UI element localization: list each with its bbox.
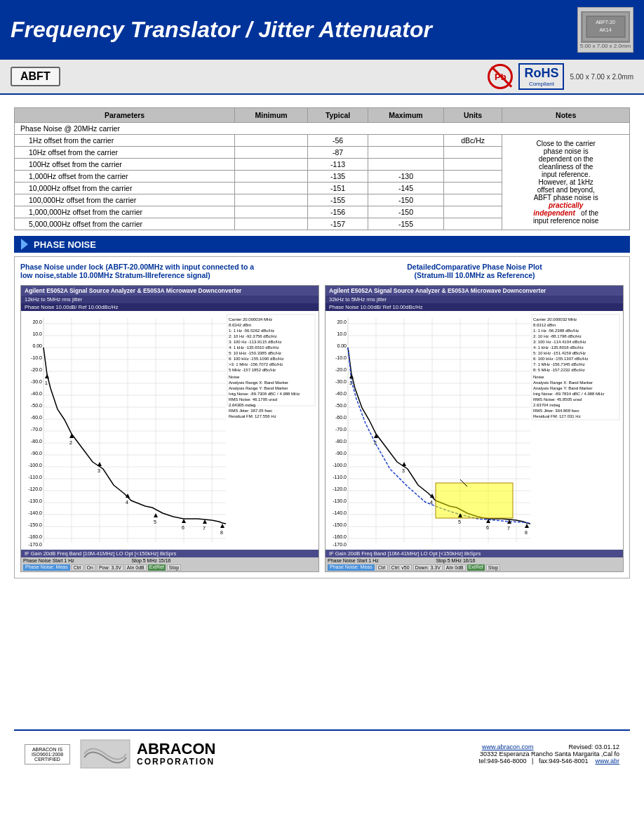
right-on-label: Ctrl: v50 bbox=[389, 564, 412, 571]
footer-phone: tel:949-546-8000 bbox=[479, 757, 527, 764]
svg-text:Residual FM: 127.556 Hz: Residual FM: 127.556 Hz bbox=[229, 414, 276, 418]
parameters-table-container: Parameters Minimum Typical Maximum Units… bbox=[14, 107, 630, 230]
svg-text:7:  1 MHz   -156.7345 dBc/Hz: 7: 1 MHz -156.7345 dBc/Hz bbox=[533, 362, 585, 366]
svg-text:-30.0: -30.0 bbox=[31, 379, 42, 384]
svg-text:-60.0: -60.0 bbox=[31, 415, 42, 420]
svg-text:6:  100 kHz -155.1090 dBc/Hz: 6: 100 kHz -155.1090 dBc/Hz bbox=[229, 357, 283, 361]
left-plot-meas-bar: Phase Noise: Meas Ctrl On Pow: 3.3V Atn … bbox=[21, 564, 318, 571]
svg-text:-140.0: -140.0 bbox=[333, 510, 347, 515]
left-plot-subtitle: 12kHz to 5MHz rms jitter bbox=[21, 296, 318, 303]
param-1khz: 1,000Hz offset from the carrier bbox=[15, 171, 235, 183]
svg-text:-10.0: -10.0 bbox=[335, 355, 347, 360]
svg-text:AK14: AK14 bbox=[599, 27, 611, 32]
param-5mhz: 5,000,000Hz offset from the carrier bbox=[15, 218, 235, 230]
footer-fax: fax:949-546-8001 bbox=[539, 757, 589, 764]
svg-text:3: 3 bbox=[98, 468, 100, 473]
svg-text:20.0: 20.0 bbox=[337, 319, 347, 324]
svg-text:1:  1 Hz    -56.5262 dBc/Hz: 1: 1 Hz -56.5262 dBc/Hz bbox=[229, 329, 274, 333]
plots-container: Phase Noise under lock (ABFT-20.00MHz wi… bbox=[14, 256, 630, 578]
extref-label: ExtRef bbox=[148, 564, 166, 571]
svg-text:-130.0: -130.0 bbox=[333, 498, 347, 503]
svg-text:Noise: Noise bbox=[229, 375, 240, 379]
svg-text:-90.0: -90.0 bbox=[31, 451, 42, 456]
svg-text:0.00: 0.00 bbox=[337, 343, 347, 348]
svg-text:1:  1 Hz    -56.2388 dBc/Hz: 1: 1 Hz -56.2388 dBc/Hz bbox=[533, 329, 579, 333]
svg-text:Carrier 20.000032 MHz: Carrier 20.000032 MHz bbox=[533, 317, 577, 322]
pb-badge: Pb bbox=[488, 64, 513, 89]
plots-header: Phase Noise under lock (ABFT-20.00MHz wi… bbox=[20, 263, 624, 279]
svg-text:-30.0: -30.0 bbox=[335, 379, 347, 384]
rohs-box: RoHS Compliant bbox=[518, 63, 564, 90]
right-plot: Agilent E5052A Signal Source Analyzer & … bbox=[325, 285, 624, 572]
header: Frequency Translator / Jitter Attenuator… bbox=[0, 0, 644, 60]
right-plot-status: Phase Noise Start 1 Hz Stop 5 MHz 16/16 bbox=[326, 557, 623, 564]
on-label: On bbox=[85, 564, 95, 571]
pow-label: Pow: 3.3V bbox=[97, 564, 123, 571]
spacer bbox=[14, 578, 630, 719]
svg-text:-170.0: -170.0 bbox=[333, 542, 347, 547]
col-header-notes: Notes bbox=[502, 108, 630, 123]
svg-text:1: 1 bbox=[349, 380, 352, 385]
svg-text:-20.0: -20.0 bbox=[31, 367, 42, 372]
param-1mhz: 1,000,000Hz offset from the carrier bbox=[15, 206, 235, 218]
svg-text:8: 8 bbox=[525, 530, 528, 535]
svg-text:>3:  1 MHz  -156.7072 dBc/Hz: >3: 1 MHz -156.7072 dBc/Hz bbox=[229, 362, 283, 366]
param-10hz: 10Hz offset from the carrier bbox=[15, 147, 235, 159]
section-arrow-icon bbox=[21, 239, 28, 250]
independent-text: independent bbox=[533, 209, 575, 217]
notes-cell: Close to the carrierphase noise isdepend… bbox=[502, 135, 630, 230]
svg-text:2: 2 bbox=[69, 440, 72, 445]
logo-graphic bbox=[77, 736, 133, 772]
typ-10hz: -87 bbox=[307, 147, 368, 159]
svg-text:0.00: 0.00 bbox=[32, 343, 42, 348]
left-plot-title-bar: Agilent E5052A Signal Source Analyzer & … bbox=[21, 286, 318, 296]
left-plot-area: 20.0 10.0 0.00 -10.0 -20.0 -30.0 -40.0 -… bbox=[21, 311, 318, 550]
svg-text:2:  10 Hz   -92.3756 dBc/Hz: 2: 10 Hz -92.3756 dBc/Hz bbox=[229, 334, 277, 338]
meas-label: Phase Noise: Meas bbox=[23, 564, 70, 571]
max-1hz bbox=[368, 135, 444, 147]
svg-text:-130.0: -130.0 bbox=[28, 498, 42, 503]
svg-text:5:  10 kHz  -151.4159 dBc/Hz: 5: 10 kHz -151.4159 dBc/Hz bbox=[533, 351, 586, 355]
svg-text:-50.0: -50.0 bbox=[335, 403, 347, 408]
abracon-name: ABRACON bbox=[137, 741, 215, 757]
svg-text:-140.0: -140.0 bbox=[28, 510, 42, 515]
param-1hz: 1Hz offset from the carrier bbox=[15, 135, 235, 147]
footer-website: www.abracon.com Revised: 03.01.12 bbox=[479, 743, 620, 750]
col-header-units: Units bbox=[443, 108, 502, 123]
right-stop-label: Stop bbox=[486, 564, 500, 571]
right-plot-scale: Phase Noise 10.00dB/ Ref 10.00dBc/Hz bbox=[326, 303, 623, 311]
svg-text:7: 7 bbox=[507, 526, 510, 531]
atn-label: Atn 0dB bbox=[125, 564, 147, 571]
svg-marker-60 bbox=[182, 519, 186, 523]
rohs-label: RoHS bbox=[524, 66, 558, 81]
svg-text:-100.0: -100.0 bbox=[28, 463, 42, 468]
svg-text:Intg Noise: -89.7308 dBC / 4.9: Intg Noise: -89.7308 dBC / 4.988 MHz bbox=[229, 392, 300, 396]
product-size: 5.00 x 7.00 x 2.0mm bbox=[580, 43, 631, 49]
main-content: Parameters Minimum Typical Maximum Units… bbox=[0, 95, 644, 784]
product-image: ABFT-20 AK14 5.00 x 7.00 x 2.0mm bbox=[577, 7, 633, 53]
svg-text:Residual FM: 127.031 Hz: Residual FM: 127.031 Hz bbox=[533, 414, 581, 418]
right-plot-title-bar: Agilent E5052A Signal Source Analyzer & … bbox=[326, 286, 623, 296]
revised-label: Revised: 03.01.12 bbox=[568, 743, 619, 750]
svg-text:Noise: Noise bbox=[533, 375, 544, 379]
svg-text:RMS Jitter: 367.05 fsec: RMS Jitter: 367.05 fsec bbox=[229, 409, 272, 413]
footer-right: www.abracon.com Revised: 03.01.12 30332 … bbox=[479, 743, 620, 764]
col-header-parameters: Parameters bbox=[15, 108, 235, 123]
svg-text:5 MHz  -157.1852 dBc/Hz: 5 MHz -157.1852 dBc/Hz bbox=[229, 368, 276, 372]
footer-web2: www.abr bbox=[595, 757, 619, 764]
corporation-name: CORPORATION bbox=[137, 757, 215, 767]
footer-contact: tel:949-546-8000 | fax:949-546-8001 www.… bbox=[479, 757, 620, 764]
svg-text:6: 6 bbox=[182, 525, 185, 530]
svg-text:4: 4 bbox=[126, 500, 128, 505]
svg-text:6: 6 bbox=[486, 525, 489, 530]
svg-text:-40.0: -40.0 bbox=[335, 391, 347, 396]
parameters-table: Parameters Minimum Typical Maximum Units… bbox=[14, 107, 630, 230]
svg-text:-80.0: -80.0 bbox=[31, 439, 42, 444]
right-pow-label: Down: 3.3V bbox=[413, 564, 443, 571]
svg-text:-160.0: -160.0 bbox=[28, 534, 42, 539]
svg-text:-70.0: -70.0 bbox=[31, 427, 42, 432]
plot-right-title: DetailedComparative Phase Noise Plot (St… bbox=[326, 263, 624, 279]
svg-text:5:  10 kHz  -150.3385 dBc/Hz: 5: 10 kHz -150.3385 dBc/Hz bbox=[229, 351, 281, 355]
svg-text:Analysis Range Y: Band Marker: Analysis Range Y: Band Marker bbox=[533, 386, 593, 390]
svg-text:2.63704 mdeg: 2.63704 mdeg bbox=[533, 403, 560, 407]
